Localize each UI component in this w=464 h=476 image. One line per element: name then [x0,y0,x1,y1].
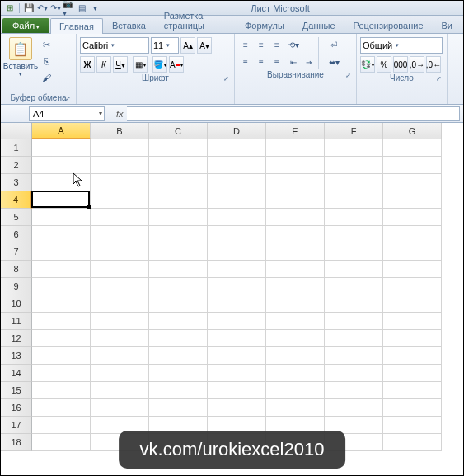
cell[interactable] [383,434,442,451]
cell[interactable] [208,261,266,278]
row-header[interactable]: 4 [1,191,32,209]
cell[interactable] [149,209,208,226]
cell[interactable] [32,209,91,226]
chevron-down-icon[interactable]: ▾ [396,42,399,49]
paste-dropdown-icon[interactable]: ▾ [19,71,22,78]
row-header[interactable]: 12 [1,330,32,347]
chevron-down-icon[interactable]: ▾ [111,42,115,49]
row-header[interactable]: 10 [1,295,32,313]
cell[interactable] [383,313,442,330]
cell[interactable] [383,365,442,382]
row-header[interactable]: 5 [1,209,32,226]
align-center-button[interactable]: ≡ [254,54,269,69]
cell[interactable] [325,157,383,174]
cell[interactable] [208,365,266,382]
cell[interactable] [266,209,325,226]
save-icon[interactable]: 💾 [23,2,35,14]
decrease-indent-button[interactable]: ⇤ [286,54,301,69]
cell[interactable] [266,226,325,243]
decrease-decimal-button[interactable]: ,0← [426,56,441,73]
tab-view[interactable]: Ви [433,17,462,33]
camera-icon[interactable]: 📷▾ [63,2,74,14]
column-header[interactable]: G [383,123,442,139]
cell[interactable] [266,313,325,330]
cell[interactable] [149,347,208,365]
column-header[interactable]: A [32,123,91,139]
comma-style-button[interactable]: 000 [393,56,408,73]
row-header[interactable]: 15 [1,382,32,399]
cell[interactable] [149,191,208,209]
copy-button[interactable]: ⎘ [39,54,54,68]
cell[interactable] [149,313,208,330]
cell[interactable] [149,174,208,191]
cell[interactable] [91,243,149,261]
cell[interactable] [325,209,383,226]
percent-button[interactable]: % [377,56,391,73]
wrap-text-button[interactable]: ⏎ [322,37,345,52]
formula-input[interactable] [127,106,460,121]
cell[interactable] [325,382,383,399]
cell[interactable] [149,226,208,243]
cell[interactable] [91,330,149,347]
row-header[interactable]: 3 [1,174,32,191]
format-painter-button[interactable]: 🖌 [39,70,54,85]
cell[interactable] [32,399,91,417]
cell[interactable] [383,191,442,209]
cell[interactable] [325,191,383,209]
column-header[interactable]: D [208,123,266,139]
cell[interactable] [266,399,325,417]
cell[interactable] [32,278,91,295]
cell[interactable] [91,399,149,417]
merge-center-button[interactable]: ⬌▾ [322,54,345,69]
cell[interactable] [91,226,149,243]
row-header[interactable]: 18 [1,434,32,451]
cell[interactable] [208,139,266,157]
row-header[interactable]: 8 [1,261,32,278]
cell[interactable] [383,209,442,226]
orientation-button[interactable]: ⟲▾ [286,37,301,52]
cell[interactable] [266,157,325,174]
cell[interactable] [208,209,266,226]
tab-page-layout[interactable]: Разметка страницы [155,7,236,33]
dialog-launcher-icon[interactable]: ⤢ [345,72,351,79]
cell[interactable] [383,278,442,295]
cell[interactable] [32,434,91,451]
row-header[interactable]: 14 [1,365,32,382]
cell[interactable] [32,261,91,278]
cell[interactable] [149,243,208,261]
cell-grid[interactable] [32,139,442,451]
chevron-down-icon[interactable]: ▾ [166,42,170,49]
cell[interactable] [383,347,442,365]
cell[interactable] [32,330,91,347]
cell[interactable] [383,382,442,399]
chevron-down-icon[interactable]: ▾ [99,110,102,117]
cell[interactable] [325,365,383,382]
cell[interactable] [91,382,149,399]
align-top-button[interactable]: ≡ [238,37,253,52]
column-header[interactable]: B [91,123,149,139]
dialog-launcher-icon[interactable]: ⤢ [65,95,71,102]
name-box[interactable]: A4 ▾ [29,106,105,121]
column-header[interactable]: C [149,123,208,139]
cell[interactable] [91,209,149,226]
column-header[interactable]: E [266,123,325,139]
cell[interactable] [383,139,442,157]
select-all-corner[interactable] [1,123,32,139]
align-bottom-button[interactable]: ≡ [269,37,284,52]
fill-color-button[interactable]: 🪣 [152,56,167,73]
column-header[interactable]: F [325,123,383,139]
cut-button[interactable]: ✂ [39,37,54,52]
cell[interactable] [208,278,266,295]
row-header[interactable]: 9 [1,278,32,295]
cell[interactable] [208,313,266,330]
cell[interactable] [91,313,149,330]
fx-icon[interactable]: fx [116,109,124,119]
tab-formulas[interactable]: Формулы [236,17,293,33]
cell[interactable] [325,243,383,261]
cell[interactable] [208,243,266,261]
italic-button[interactable]: К [96,56,111,73]
cell[interactable] [266,365,325,382]
cell[interactable] [149,330,208,347]
cell[interactable] [325,261,383,278]
tab-review[interactable]: Рецензирование [344,17,433,33]
